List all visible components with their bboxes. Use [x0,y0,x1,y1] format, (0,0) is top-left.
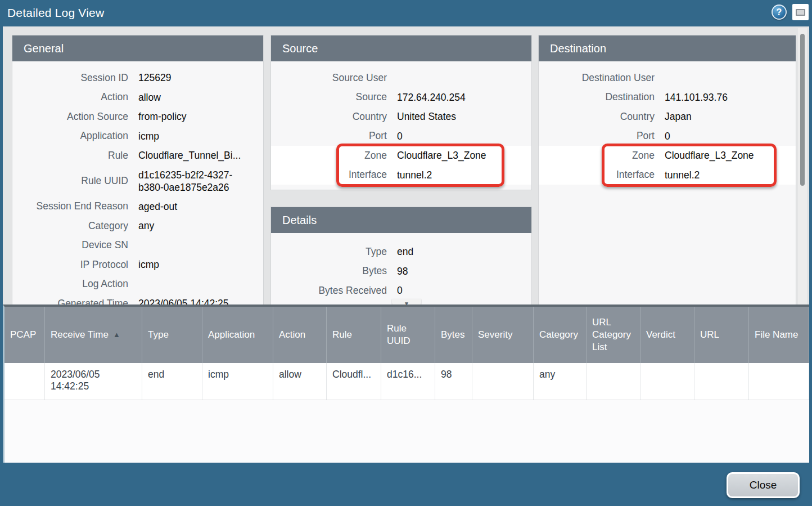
field-value: Japan [665,110,796,123]
title-bar: Detailed Log View ? [0,0,812,26]
column-header-verdict[interactable]: Verdict [640,307,694,363]
field-value: 172.64.240.254 [397,91,531,104]
column-header-rule[interactable]: Rule [327,307,381,363]
dialog-title: Detailed Log View [7,6,104,20]
field-label: Port [271,130,387,142]
field-label: Rule [12,150,128,162]
destination-row-destination-user: Destination User [539,68,796,88]
field-value: Cloudflare_Tunnel_Bi... [138,149,263,162]
field-label: Application [12,130,128,142]
field-value: 141.101.93.76 [665,91,796,104]
cell-url [694,363,749,400]
field-label: Generated Time [12,298,128,305]
sort-ascending-icon: ▲ [113,329,120,341]
field-value: tunnel.2 [397,169,531,181]
field-label: Destination User [539,72,655,84]
field-value: from-policy [138,110,263,123]
general-row-generated-time: Generated Time 2023/06/05 14:42:25 [12,294,263,305]
cell-bytes: 98 [435,363,472,400]
window-icon-glyph [796,9,805,16]
field-label: Device SN [12,239,128,251]
general-row-action: Action allow [12,88,263,108]
field-label: Action [12,91,128,103]
column-header-url-category-list[interactable]: URL Category List [587,307,640,363]
source-panel: Source Source User Source 172.64.240.254… [271,35,531,190]
general-row-rule: Rule Cloudflare_Tunnel_Bi... [12,146,263,165]
source-panel-title: Source [271,35,531,61]
field-label: Country [271,111,387,123]
source-row-port: Port 0 [271,127,531,146]
details-row-bytes: Bytes 98 [271,262,531,281]
general-row-session-id: Session ID 125629 [12,68,263,88]
field-value: Cloudflare_L3_Zone [665,149,796,162]
field-value: any [138,220,263,232]
cell-verdict [640,363,694,400]
details-panel: Details Type end Bytes 98 Bytes Received… [271,207,531,305]
field-label: Log Action [12,278,128,290]
column-header-pcap[interactable]: PCAP [4,307,45,363]
column-header-application[interactable]: Application [202,307,273,363]
column-header-url[interactable]: URL [694,307,749,363]
field-label: Session ID [12,72,128,84]
cell-rule-uuid: d1c16... [381,363,435,400]
source-row-zone: Zone Cloudflare_L3_Zone [271,146,531,165]
cell-url-category-list [587,363,640,400]
source-row-source: Source 172.64.240.254 [271,88,531,108]
cell-type: end [142,363,202,400]
field-label: Destination [539,91,655,103]
field-label: Interface [271,169,387,181]
destination-row-port: Port 0 [539,127,796,146]
scrollbar-thumb[interactable] [800,34,805,186]
log-table-row[interactable]: 2023/06/05 14:42:25 end icmp allow Cloud… [4,363,809,400]
field-value: allow [138,91,263,104]
window-icon[interactable] [792,4,809,20]
help-icon[interactable]: ? [772,5,787,20]
field-label: Interface [539,169,655,181]
source-row-country: Country United States [271,107,531,127]
cell-receive-time: 2023/06/05 14:42:25 [45,363,142,400]
column-header-severity[interactable]: Severity [472,307,534,363]
field-value: United States [397,110,531,123]
column-header-type[interactable]: Type [142,307,202,363]
details-panel-title: Details [271,207,531,233]
column-header-category[interactable]: Category [534,307,587,363]
dialog-content: General Session ID 125629 Action allow A… [3,26,809,305]
column-header-receive-time[interactable]: Receive Time ▲ [45,307,142,363]
field-label: Category [12,220,128,232]
field-value: 125629 [138,71,263,84]
field-value: 0 [397,130,531,142]
column-header-file-name[interactable]: File Name [749,307,809,363]
general-row-rule-uuid: Rule UUID d1c16235-b2f2-4327-b380-0ae187… [12,165,263,197]
field-label: Rule UUID [12,175,128,187]
source-row-source-user: Source User [271,68,531,88]
field-label: Bytes [271,265,387,277]
field-value: 98 [397,265,531,277]
field-value: end [397,245,531,258]
destination-row-destination: Destination 141.101.93.76 [539,88,796,108]
field-value: Cloudflare_L3_Zone [397,149,531,162]
field-label: IP Protocol [12,259,128,271]
field-value: 0 [397,284,531,297]
vertical-scrollbar[interactable] [798,28,807,305]
column-header-bytes[interactable]: Bytes [435,307,472,363]
destination-row-interface: Interface tunnel.2 [539,165,796,185]
field-label: Source User [271,72,387,84]
field-label: Bytes Received [271,285,387,297]
general-row-application: Application icmp [12,127,263,146]
field-value: tunnel.2 [665,169,796,181]
cell-action: allow [273,363,327,400]
cell-file-name [749,363,809,400]
column-header-rule-uuid[interactable]: Rule UUID [381,307,435,363]
destination-row-zone: Zone Cloudflare_L3_Zone [539,146,796,165]
field-label: Zone [539,150,655,162]
field-value: icmp [138,258,263,271]
close-button[interactable]: Close [727,472,800,498]
general-row-device-sn: Device SN [12,236,263,256]
field-value: 0 [665,130,796,142]
log-table: PCAP Receive Time ▲ Type Application Act… [3,305,809,463]
field-value: d1c16235-b2f2-4327-b380-0ae1875e2a26 [138,169,263,194]
column-header-action[interactable]: Action [273,307,327,363]
field-label: Country [539,111,655,123]
general-row-action-source: Action Source from-policy [12,107,263,127]
cell-rule: Cloudfl... [327,363,381,400]
